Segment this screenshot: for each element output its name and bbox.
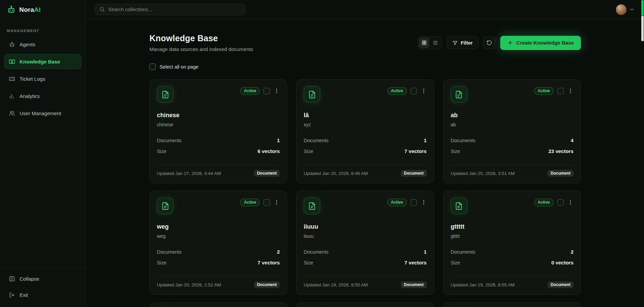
card-title: weg: [157, 223, 280, 230]
documents-value: 4: [571, 137, 573, 143]
search-icon: [99, 6, 105, 12]
status-badge: Active: [534, 87, 554, 95]
size-stat-row: Size 7 vectors: [304, 148, 426, 154]
document-icon: [157, 86, 173, 103]
document-icon: [304, 86, 320, 103]
status-badge: Active: [240, 199, 260, 206]
size-value: 7 vectors: [257, 260, 280, 265]
search-input[interactable]: [95, 4, 245, 15]
card-stats: Documents 2 Size 0 vectors: [451, 249, 573, 265]
document-type-badge: Document: [254, 170, 280, 177]
app-root: NoraAI MANAGEMENT Agents Knowledge Base: [0, 0, 644, 307]
sidebar-item-user-management[interactable]: User Management: [4, 106, 81, 121]
brand-prefix: Nora: [19, 6, 34, 13]
size-value: 0 vectors: [551, 260, 573, 265]
filter-button[interactable]: Filter: [447, 36, 478, 49]
size-value: 23 vectors: [549, 148, 573, 154]
knowledge-base-card[interactable]: Active Documents Size: [443, 302, 581, 307]
kebab-menu-icon[interactable]: [567, 199, 573, 205]
user-management-icon: [9, 110, 15, 117]
size-value: 7 vectors: [404, 148, 427, 154]
kebab-menu-icon[interactable]: [421, 88, 427, 94]
card-subtitle: ab: [451, 122, 573, 127]
knowledge-base-card[interactable]: Active weg weg Documents 2 Size 7 vector…: [149, 191, 287, 295]
search-wrap: [95, 4, 245, 15]
scrollbar-thumb[interactable]: [641, 16, 644, 41]
brand-suffix: AI: [34, 6, 40, 13]
refresh-button[interactable]: [483, 36, 496, 49]
kebab-menu-icon[interactable]: [421, 199, 427, 205]
grid-view-button[interactable]: [419, 37, 429, 48]
card-checkbox[interactable]: [411, 88, 417, 94]
kebab-menu-icon[interactable]: [274, 199, 280, 205]
exit-button[interactable]: Exit: [4, 287, 81, 302]
documents-stat-row: Documents 2: [157, 249, 280, 255]
card-subtitle: xyz: [304, 122, 426, 127]
collapse-button[interactable]: Collapse: [4, 271, 81, 286]
topbar-right: [616, 4, 635, 15]
avatar[interactable]: [616, 4, 627, 15]
card-stats: Documents 1 Size 6 vectors: [157, 137, 280, 154]
card-subtitle: chinese: [157, 122, 280, 127]
documents-label: Documents: [157, 138, 181, 143]
card-title: iiuuu: [304, 223, 426, 230]
card-title: chinese: [157, 112, 280, 119]
card-checkbox[interactable]: [411, 199, 417, 206]
select-all-label: Select all on page: [160, 64, 198, 70]
topbar: [86, 0, 644, 19]
card-subtitle: gttttt: [451, 233, 573, 239]
exit-label: Exit: [20, 292, 28, 298]
kebab-menu-icon[interactable]: [274, 88, 280, 94]
card-checkbox[interactable]: [557, 199, 564, 206]
knowledge-base-card[interactable]: Active Documents Size: [149, 302, 287, 307]
page-subtitle: Manage data sources and indexed document…: [149, 46, 253, 52]
cards-grid: Active chinese chinese Documents 1 Size …: [149, 79, 581, 307]
card-footer: Updated Jan 20, 2026, 6:46 AM Document: [304, 165, 426, 177]
card-checkbox[interactable]: [557, 88, 564, 94]
sidebar-item-label: Analytics: [20, 93, 40, 99]
page-title: Knowledge Base: [149, 33, 253, 43]
card-stats: Documents 1 Size 7 vectors: [304, 249, 426, 265]
documents-stat-row: Documents 4: [451, 137, 573, 143]
documents-stat-row: Documents 1: [157, 137, 280, 143]
create-knowledge-base-label: Create Knowledge Base: [516, 40, 574, 46]
sidebar-item-knowledge-base[interactable]: Knowledge Base: [4, 54, 81, 69]
kebab-menu-icon[interactable]: [567, 88, 573, 94]
size-stat-row: Size 6 vectors: [157, 148, 280, 154]
card-updated-text: Updated Jan 27, 2026, 4:44 AM: [157, 171, 221, 176]
knowledge-base-card[interactable]: Active chinese chinese Documents 1 Size …: [149, 79, 287, 183]
list-view-icon: [432, 40, 438, 46]
knowledge-base-card[interactable]: Active ab ab Documents 4 Size 23 vectors…: [443, 79, 581, 183]
sidebar: NoraAI MANAGEMENT Agents Knowledge Base: [0, 0, 86, 307]
card-checkbox[interactable]: [263, 88, 270, 94]
knowledge-base-card[interactable]: Active lă xyz Documents 1 Size 7 vectors…: [296, 79, 434, 183]
card-stats: Documents 4 Size 23 vectors: [451, 137, 573, 154]
status-badge: Active: [387, 87, 407, 95]
sidebar-item-agents[interactable]: Agents: [4, 37, 81, 52]
knowledge-base-card[interactable]: Active Documents Size: [296, 302, 434, 307]
sidebar-item-ticket-logs[interactable]: Ticket Logs: [4, 71, 81, 86]
chevron-down-icon[interactable]: [629, 7, 635, 12]
knowledge-base-card[interactable]: Active iiuuu iiuuu Documents 1 Size 7 ve…: [296, 191, 434, 295]
documents-stat-row: Documents 1: [304, 137, 426, 143]
size-stat-row: Size 0 vectors: [451, 260, 573, 265]
create-knowledge-base-button[interactable]: Create Knowledge Base: [500, 36, 581, 50]
list-view-button[interactable]: [430, 37, 441, 48]
scrollbar-accent: [641, 0, 644, 16]
main-area: Knowledge Base Manage data sources and i…: [86, 0, 644, 307]
page-header: Knowledge Base Manage data sources and i…: [149, 33, 581, 52]
card-top: Active: [157, 198, 280, 214]
sidebar-item-analytics[interactable]: Analytics: [4, 88, 81, 103]
select-all-checkbox[interactable]: [149, 63, 156, 70]
card-subtitle: weg: [157, 233, 280, 239]
documents-label: Documents: [451, 138, 475, 143]
knowledge-base-card[interactable]: Active gttttt gttttt Documents 2 Size 0 …: [443, 191, 581, 295]
grid-view-icon: [421, 40, 427, 46]
document-type-badge: Document: [401, 170, 427, 177]
view-toggle: [418, 36, 442, 49]
collapse-label: Collapse: [20, 276, 39, 282]
documents-value: 1: [424, 137, 426, 143]
page-header-text: Knowledge Base Manage data sources and i…: [149, 33, 253, 52]
size-label: Size: [157, 260, 166, 265]
card-checkbox[interactable]: [263, 199, 270, 206]
